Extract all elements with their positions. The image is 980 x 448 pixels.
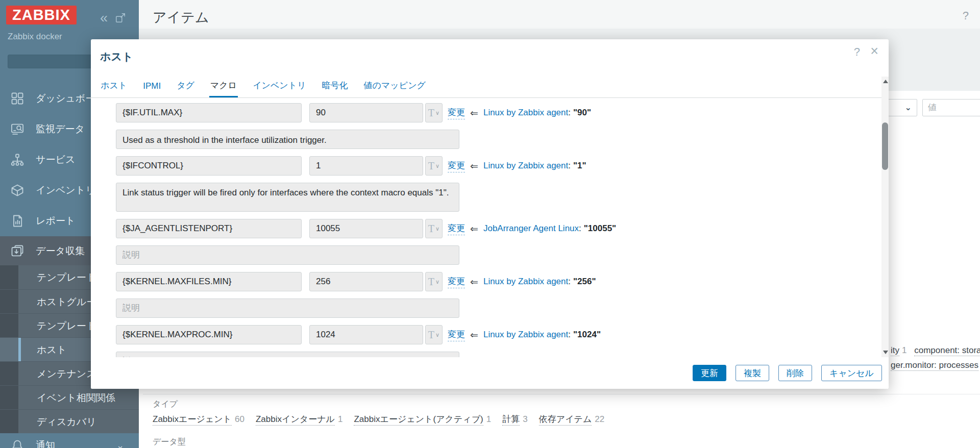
services-icon: [10, 153, 24, 167]
macro-type-dropdown[interactable]: T∨: [425, 156, 443, 176]
type-subfilter-row: Zabbixエージェント60 Zabbixインターナル1 Zabbixエージェン…: [153, 413, 604, 425]
server-name: Zabbix docker: [8, 32, 62, 42]
collapse-sidebar-icon[interactable]: «: [100, 11, 108, 24]
subfilter-tags-line1: ity1 component: stora: [891, 345, 980, 356]
macro-value-input[interactable]: [309, 103, 423, 122]
modal-footer: 更新 複製 削除 キャンセル: [91, 357, 889, 389]
chevron-down-icon[interactable]: ⌄: [116, 440, 124, 448]
type-filter-item[interactable]: Zabbixインターナル1: [256, 413, 343, 425]
macro-description[interactable]: Used as a threshold in the interface uti…: [116, 130, 459, 149]
template-link[interactable]: Linux by Zabbix agent: [483, 161, 568, 171]
macro-name-input[interactable]: [116, 219, 302, 238]
chevron-down-icon: ∨: [435, 163, 439, 169]
sidebar-item-label: 監視データ: [36, 122, 85, 136]
tag-value-input[interactable]: [922, 99, 980, 116]
chevron-down-icon: ⌄: [905, 103, 912, 112]
inventory-icon: [10, 183, 24, 197]
modal-scrollbar[interactable]: [881, 77, 889, 357]
change-link[interactable]: 変更: [448, 329, 465, 341]
tab-inventory[interactable]: インベントリ: [253, 80, 306, 97]
tab-value-mapping[interactable]: 値のマッピング: [364, 80, 426, 97]
cancel-button[interactable]: キャンセル: [821, 365, 882, 381]
datatype-section-label: データ型: [153, 437, 186, 447]
macro-description[interactable]: Link status trigger will be fired only f…: [116, 183, 459, 212]
page: ZABBIX « Zabbix docker ダッシュボード 監視データ: [0, 0, 980, 448]
change-link[interactable]: 変更: [448, 160, 465, 172]
scroll-up-icon[interactable]: [883, 80, 888, 83]
macro-description-input[interactable]: [116, 298, 459, 318]
macro-type-dropdown[interactable]: T∨: [425, 219, 443, 238]
inherited-from-arrow-icon: ⇐: [470, 223, 478, 235]
subfilter-tag[interactable]: ity: [891, 345, 899, 356]
macro-type-dropdown[interactable]: T∨: [425, 103, 443, 122]
macros-list: T∨ 変更 ⇐ Linux by Zabbix agent: "90" Used…: [91, 98, 889, 357]
macro-name-input[interactable]: [116, 156, 302, 176]
change-link[interactable]: 変更: [448, 222, 465, 235]
sidebar-item-label: レポート: [36, 214, 75, 228]
template-macro-value: "90": [573, 108, 591, 118]
modal-help-icon[interactable]: ?: [854, 45, 860, 59]
hide-sidebar-icon[interactable]: [115, 12, 126, 23]
macro-type-dropdown[interactable]: T∨: [425, 272, 443, 291]
close-icon[interactable]: ×: [870, 43, 878, 59]
scroll-down-icon[interactable]: [883, 351, 888, 354]
macro-value-input[interactable]: [309, 325, 423, 344]
sidebar-item-discovery[interactable]: ディスカバリ: [0, 409, 139, 433]
macro-row: T∨ 変更 ⇐ JobArranger Agent Linux: "10055": [116, 219, 889, 238]
zabbix-logo[interactable]: ZABBIX: [6, 6, 77, 24]
sidebar-item-event-correlation[interactable]: イベント相関関係: [0, 385, 139, 409]
monitoring-icon: [10, 122, 24, 136]
macro-row: T∨ 変更 ⇐ Linux by Zabbix agent: "1024": [116, 325, 889, 344]
macro-row: T∨ 変更 ⇐ Linux by Zabbix agent: "90": [116, 103, 889, 122]
template-macro-value: "1": [573, 161, 586, 171]
tag-count: 1: [902, 345, 906, 355]
type-filter-item[interactable]: 計算3: [502, 413, 527, 425]
type-filter-item[interactable]: Zabbixエージェント60: [153, 413, 244, 425]
chevron-down-icon: ∨: [435, 226, 439, 232]
update-button[interactable]: 更新: [693, 365, 726, 381]
type-section-label: タイプ: [153, 399, 178, 410]
section-divider: [143, 394, 980, 394]
macro-value-input[interactable]: [309, 272, 423, 291]
macro-description-input[interactable]: [116, 245, 459, 265]
reports-icon: [10, 214, 24, 228]
clone-button[interactable]: 複製: [736, 365, 769, 381]
type-filter-item[interactable]: Zabbixエージェント(アクティブ)1: [354, 413, 491, 425]
host-modal: ホスト ? × ホスト IPMI タグ マクロ インベントリ 暗号化 値のマッピ…: [91, 39, 889, 389]
inherited-from-arrow-icon: ⇐: [470, 276, 478, 288]
template-link[interactable]: Linux by Zabbix agent: [483, 277, 568, 287]
macro-value-input[interactable]: [309, 219, 423, 238]
change-link[interactable]: 変更: [448, 107, 465, 119]
macro-description-input[interactable]: [116, 352, 459, 357]
template-link[interactable]: JobArranger Agent Linux: [483, 223, 579, 234]
bell-icon: [10, 438, 24, 448]
subfilter-tag[interactable]: component: stora: [914, 345, 980, 356]
template-macro-value: "256": [573, 277, 596, 287]
delete-button[interactable]: 削除: [778, 365, 812, 381]
scrollbar-thumb[interactable]: [882, 122, 888, 170]
tab-macros[interactable]: マクロ: [210, 80, 237, 97]
macro-type-dropdown[interactable]: T∨: [425, 325, 443, 344]
inherited-from-arrow-icon: ⇐: [470, 107, 478, 119]
change-link[interactable]: 変更: [448, 276, 465, 288]
macro-name-input[interactable]: [116, 325, 302, 344]
sidebar-item-label: インベントリ: [36, 184, 95, 197]
subfilter-tags-line2: ger.monitor: processes: [891, 360, 978, 370]
template-link[interactable]: Linux by Zabbix agent: [483, 108, 568, 118]
tab-ipmi[interactable]: IPMI: [143, 81, 161, 97]
macro-value-input[interactable]: [309, 156, 423, 176]
tab-tags[interactable]: タグ: [177, 80, 194, 97]
macro-name-input[interactable]: [116, 103, 302, 122]
template-link[interactable]: Linux by Zabbix agent: [483, 330, 568, 340]
help-icon[interactable]: ?: [963, 9, 969, 22]
chevron-down-icon: ∨: [435, 332, 439, 338]
chevron-down-icon: ∨: [435, 279, 439, 285]
sidebar-item-notifications[interactable]: 通知 ⌄: [0, 433, 139, 448]
tab-encryption[interactable]: 暗号化: [322, 80, 348, 97]
tab-host[interactable]: ホスト: [101, 80, 127, 97]
type-filter-item[interactable]: 依存アイテム22: [539, 413, 605, 425]
subfilter-tag[interactable]: ger.monitor: processes: [891, 360, 978, 371]
template-macro-value: "1024": [573, 330, 601, 340]
sidebar-item-label: データ収集: [36, 244, 85, 258]
macro-name-input[interactable]: [116, 272, 302, 291]
